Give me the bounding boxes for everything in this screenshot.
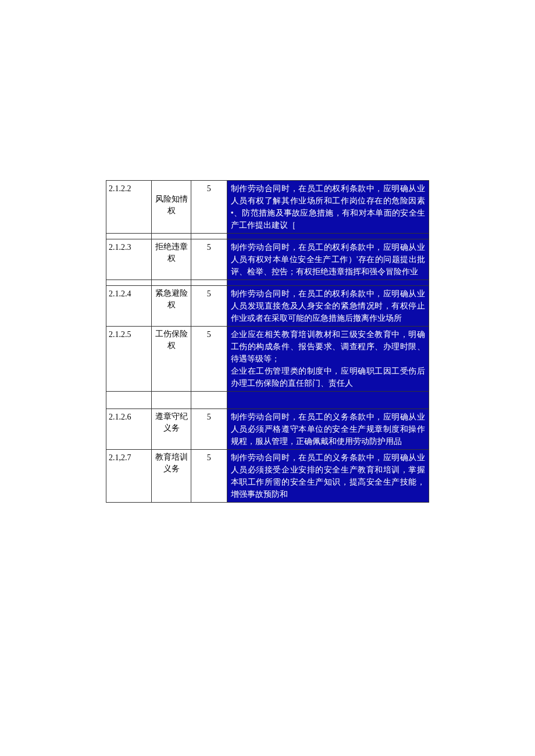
description-cell: 制作劳动合同时，在员工的权利条款中，应明确从业人员有权了解其作业场所和工作岗位存… <box>227 181 429 234</box>
item-name: 紧急避险权 <box>151 286 191 327</box>
description-cell: 制作劳动合同时，在员工的义务条款中，应明确从业人员必须接受企业安排的安全生产教育… <box>227 450 429 503</box>
item-name: 遵章守纪义务 <box>151 409 191 450</box>
item-name: 教育培训义务 <box>151 450 191 503</box>
table-row: 2.1.2.4紧急避险权5制作劳动合同时，在员工的权利条款中，应明确从业人员发现… <box>106 286 429 327</box>
description-cell: 企业应在相关教育培训教材和三级安全教育中，明确工伤的构成条件、报告要求、调查程序… <box>227 327 429 392</box>
section-id: 2.1.2.3 <box>106 239 152 280</box>
description-cell: 制作劳动合同时，在员工的权利条款中，应明确从业人员有权对本单位安全生产工作）'存… <box>227 239 429 280</box>
description-cell: 制作劳动合同时，在员工的义务条款中，应明确从业人员必须严格遵守本单位的安全生产规… <box>227 409 429 450</box>
section-id: 2.1,2.7 <box>106 450 152 503</box>
standards-table: 2.1.2.2风险知情权5制作劳动合同时，在员工的权利条款中，应明确从业人员有权… <box>106 180 429 503</box>
section-id: 2.1.2.5 <box>106 327 152 392</box>
description-cell: 制作劳动合同时，在员工的权利条款中，应明确从业人员发现直接危及人身安全的紧急情况… <box>227 286 429 327</box>
item-name: 工伤保险权 <box>151 327 191 392</box>
score-value: 5 <box>191 239 227 280</box>
score-value: 5 <box>191 286 227 327</box>
score-value: 5 <box>191 181 227 234</box>
section-id: 2.1.2.2 <box>106 181 152 234</box>
score-value: 5 <box>191 450 227 503</box>
spacer-row <box>106 234 429 239</box>
item-name: 拒绝违章权 <box>151 239 191 280</box>
table-row: 2.1,2.7教育培训义务5制作劳动合同时，在员工的义务条款中，应明确从业人员必… <box>106 450 429 503</box>
spacer-row <box>106 280 429 286</box>
item-name: 风险知情权 <box>151 181 191 234</box>
document-table: 2.1.2.2风险知情权5制作劳动合同时，在员工的权利条款中，应明确从业人员有权… <box>106 180 429 503</box>
score-value: 5 <box>191 409 227 450</box>
table-row: 2.1.2.3拒绝违章权5制作劳动合同时，在员工的权利条款中，应明确从业人员有权… <box>106 239 429 280</box>
table-row: 2.1.2.2风险知情权5制作劳动合同时，在员工的权利条款中，应明确从业人员有权… <box>106 181 429 234</box>
table-row: 2.1.2.6遵章守纪义务5制作劳动合同时，在员工的义务条款中，应明确从业人员必… <box>106 409 429 450</box>
spacer-row <box>106 392 429 409</box>
section-id: 2.1.2.4 <box>106 286 152 327</box>
section-id: 2.1.2.6 <box>106 409 152 450</box>
score-value: 5 <box>191 327 227 392</box>
table-row: 2.1.2.5工伤保险权5企业应在相关教育培训教材和三级安全教育中，明确工伤的构… <box>106 327 429 392</box>
